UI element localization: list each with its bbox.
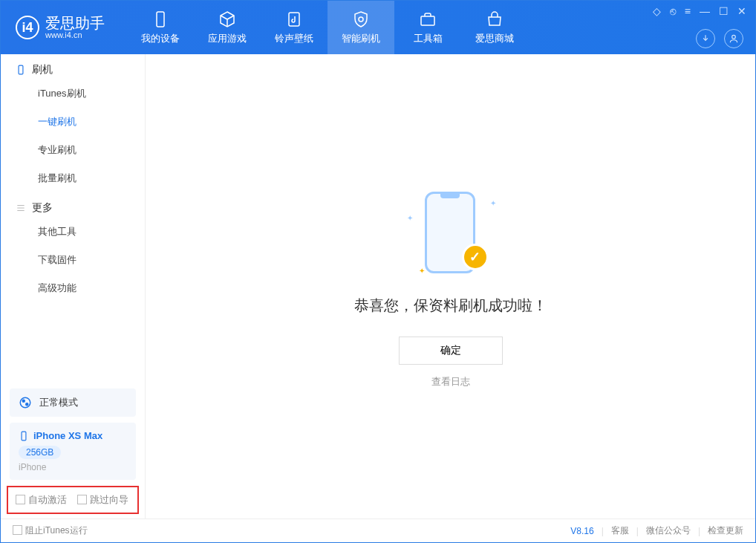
svg-rect-0 [157,12,164,27]
options-highlighted-row: 自动激活 跳过向导 [7,486,139,514]
mode-label: 正常模式 [39,396,78,409]
mode-panel[interactable]: 正常模式 [10,388,136,417]
logo-block: i4 爱思助手 www.i4.cn [16,16,105,39]
user-button[interactable] [724,29,743,48]
sidebar: 刷机 iTunes刷机 一键刷机 专业刷机 批量刷机 更多 其他工具 下载固件 … [1,54,146,518]
phone-small-icon [16,65,26,75]
cube-icon [218,10,236,28]
sidebar-item-other-tools[interactable]: 其他工具 [1,218,145,246]
sidebar-item-batch-flash[interactable]: 批量刷机 [1,164,145,192]
tab-toolbox[interactable]: 工具箱 [394,1,461,54]
tab-store[interactable]: 爱思商城 [461,1,528,54]
svg-point-5 [20,397,30,408]
device-icon [151,10,169,28]
checkmark-badge-icon: ✓ [462,244,489,270]
window-controls: ◇ ⎋ ≡ — ☐ ✕ [653,5,746,17]
checkbox-skip-guide[interactable]: 跳过向导 [77,493,128,507]
music-note-icon [285,10,303,28]
device-name-row: iPhone XS Max [19,430,127,441]
checkbox-auto-activate[interactable]: 自动激活 [16,493,67,507]
app-url: www.i4.cn [45,30,105,39]
sidebar-group-flash: 刷机 [1,54,145,79]
sparkle-icon: ✦ [407,214,413,222]
ok-button[interactable]: 确定 [399,336,503,365]
device-panel[interactable]: iPhone XS Max 256GB iPhone [10,423,136,480]
svg-point-7 [26,403,28,406]
svg-rect-4 [19,65,23,74]
minimize-icon[interactable]: — [700,5,710,17]
user-icon [729,33,739,44]
sparkle-icon: ✦ [419,267,425,275]
list-icon [16,203,26,213]
header-circle-buttons [696,29,743,48]
support-link[interactable]: 客服 [611,524,629,537]
sidebar-item-download-firmware[interactable]: 下载固件 [1,246,145,274]
wechat-link[interactable]: 微信公众号 [646,524,691,537]
toolbox-icon [419,10,437,28]
maximize-icon[interactable]: ☐ [719,5,729,17]
main-tabs: 我的设备 应用游戏 铃声壁纸 智能刷机 工具箱 爱思商城 [127,1,528,54]
footer: 阻止iTunes运行 V8.16 | 客服 | 微信公众号 | 检查更新 [1,518,755,542]
app-header: i4 爱思助手 www.i4.cn 我的设备 应用游戏 铃声壁纸 智能刷机 工具… [1,1,755,54]
svg-rect-8 [22,432,26,440]
check-update-link[interactable]: 检查更新 [708,524,743,537]
tab-apps-games[interactable]: 应用游戏 [194,1,261,54]
sidebar-item-itunes-flash[interactable]: iTunes刷机 [1,79,145,108]
svg-rect-2 [421,16,434,25]
sidebar-item-advanced[interactable]: 高级功能 [1,274,145,302]
logo-icon: i4 [16,16,39,39]
success-message: 恭喜您，保资料刷机成功啦！ [354,296,547,316]
success-illustration: ✦ ✦ ✦ ✓ [403,184,499,281]
lock-icon[interactable]: ⎋ [670,5,676,17]
download-button[interactable] [696,29,715,48]
main-content: ✦ ✦ ✦ ✓ 恭喜您，保资料刷机成功啦！ 确定 查看日志 [146,54,755,518]
app-name: 爱思助手 [45,16,105,30]
checkbox-block-itunes[interactable]: 阻止iTunes运行 [13,524,88,537]
device-storage-badge: 256GB [19,446,61,459]
device-small-icon [19,431,29,441]
svg-point-6 [22,400,25,402]
menu-icon[interactable]: ≡ [685,5,691,17]
svg-point-3 [732,35,736,39]
close-icon[interactable]: ✕ [737,5,746,17]
version-label: V8.16 [570,526,593,536]
tab-smart-flash[interactable]: 智能刷机 [328,1,394,54]
svg-rect-1 [289,13,299,26]
sparkle-icon: ✦ [490,199,496,207]
tab-ringtones-wallpapers[interactable]: 铃声壁纸 [261,1,328,54]
shirt-icon[interactable]: ◇ [653,5,661,17]
tab-my-device[interactable]: 我的设备 [127,1,194,54]
shield-refresh-icon [352,10,370,28]
device-type: iPhone [19,462,127,472]
view-log-link[interactable]: 查看日志 [431,375,470,388]
mode-icon [19,396,32,409]
download-icon [700,33,711,44]
store-icon [486,10,504,28]
sidebar-group-more: 更多 [1,192,145,218]
sidebar-item-oneclick-flash[interactable]: 一键刷机 [1,108,145,136]
sidebar-item-pro-flash[interactable]: 专业刷机 [1,136,145,164]
